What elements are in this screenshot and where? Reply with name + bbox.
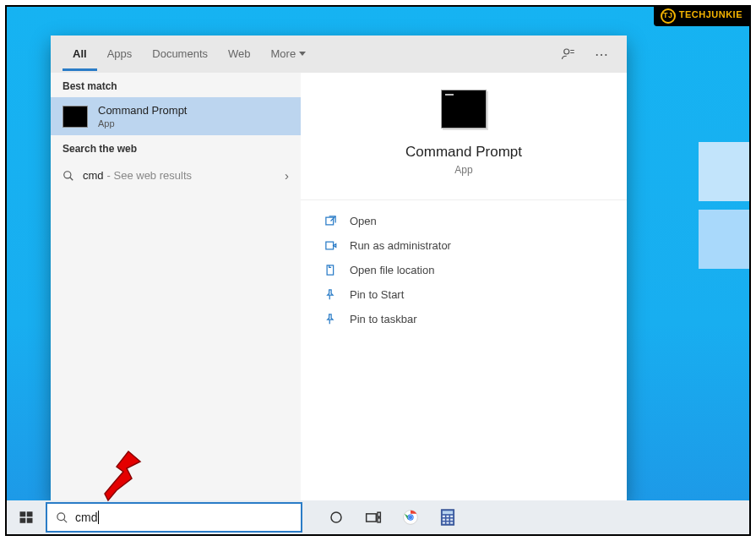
svg-rect-24 [443,511,453,514]
svg-rect-15 [367,514,377,522]
start-button[interactable] [7,500,46,534]
svg-rect-3 [325,217,333,225]
action-open-label: Open [350,215,377,227]
svg-rect-26 [446,516,449,517]
best-match-result[interactable]: Command Prompt App [51,97,301,135]
tab-documents[interactable]: Documents [142,37,218,71]
action-pin-start[interactable]: Pin to Start [301,282,627,307]
pin-taskbar-icon [323,313,338,325]
tab-more[interactable]: More [261,37,317,71]
svg-point-0 [564,49,569,54]
cortana-icon[interactable] [318,500,355,534]
search-icon [56,511,68,524]
search-input-text: cmd [75,511,301,524]
svg-rect-5 [327,265,334,275]
wallpaper-decor [699,210,751,269]
tab-all[interactable]: All [63,37,97,71]
svg-rect-30 [450,519,453,521]
open-icon [323,215,338,227]
svg-rect-10 [20,518,26,523]
svg-rect-25 [443,516,445,517]
svg-point-14 [331,512,341,522]
svg-rect-31 [443,522,445,523]
web-search-result[interactable]: cmd - See web results › [51,160,301,191]
app-subtitle: App [454,164,472,176]
search-web-label: Search the web [51,135,301,160]
more-options-icon[interactable]: ⋯ [588,46,615,63]
svg-rect-32 [446,522,449,523]
start-search-panel: All Apps Documents Web More ⋯ Best match… [51,36,627,500]
action-run-admin[interactable]: Run as administrator [301,233,627,258]
svg-line-2 [70,177,73,180]
svg-line-13 [63,519,67,522]
search-icon [63,170,74,182]
svg-rect-8 [20,511,26,516]
chevron-right-icon: › [285,168,289,183]
svg-rect-11 [27,518,33,523]
action-list: Open Run as administrator Open file loca… [301,199,627,340]
svg-rect-17 [378,518,380,522]
site-watermark: TJTECHJUNKIE [654,7,749,26]
svg-rect-28 [443,519,445,521]
svg-point-1 [64,171,71,178]
action-pin-start-label: Pin to Start [350,288,404,301]
app-title: Command Prompt [405,144,522,161]
svg-point-22 [409,516,413,520]
best-match-label: Best match [51,73,301,97]
svg-rect-9 [27,511,33,516]
best-match-title: Command Prompt [98,104,187,117]
svg-rect-27 [450,516,453,517]
cmd-thumbnail-icon [63,106,88,128]
details-right-pane: Command Prompt App Open Run as administr… [301,73,627,500]
chrome-icon[interactable] [392,500,429,534]
web-query-hint: - See web results [107,169,192,182]
tab-web[interactable]: Web [218,37,261,71]
windows-logo-icon [19,510,34,525]
pin-start-icon [323,288,338,301]
results-left-pane: Best match Command Prompt App Search the… [51,73,301,500]
task-view-icon[interactable] [355,500,392,534]
web-query-text: cmd [83,169,104,182]
folder-icon [323,264,338,276]
svg-rect-16 [378,512,380,516]
admin-icon [323,239,338,252]
taskbar: cmd [7,500,749,534]
wallpaper-decor [699,142,751,201]
tab-apps[interactable]: Apps [97,37,143,71]
calculator-icon[interactable] [429,500,466,534]
best-match-subtitle: App [98,118,187,128]
svg-rect-29 [446,519,449,521]
action-open-location-label: Open file location [350,264,434,276]
action-pin-taskbar[interactable]: Pin to taskbar [301,307,627,331]
svg-rect-33 [450,522,453,523]
app-large-icon [441,90,487,128]
action-pin-taskbar-label: Pin to taskbar [350,313,417,325]
search-tabs: All Apps Documents Web More ⋯ [51,36,627,73]
svg-point-12 [57,512,65,520]
feedback-icon[interactable] [561,46,588,62]
svg-rect-4 [325,242,333,249]
action-open-location[interactable]: Open file location [301,258,627,282]
action-open[interactable]: Open [301,209,627,233]
taskbar-search-box[interactable]: cmd [46,502,302,533]
action-run-admin-label: Run as administrator [350,239,451,252]
